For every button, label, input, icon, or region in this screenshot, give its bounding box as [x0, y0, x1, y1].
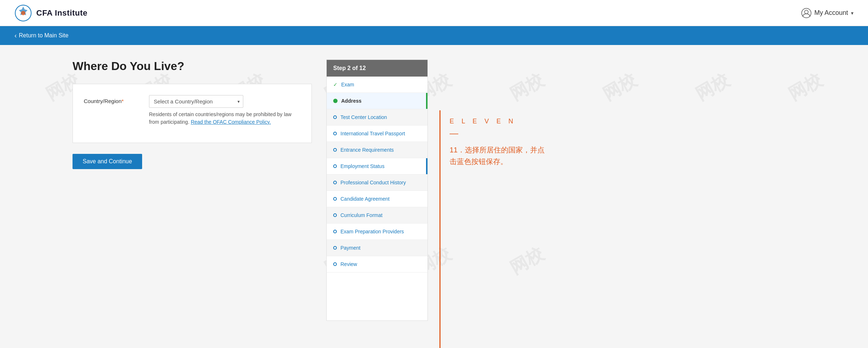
main-content: Where Do You Live? Country/Region* Selec… — [0, 45, 868, 335]
step-dot-icon — [333, 164, 337, 168]
step-label-employment: Employment Status — [340, 163, 384, 169]
back-link-label: Return to Main Site — [19, 32, 69, 39]
my-account-button[interactable]: My Account ▾ — [801, 8, 853, 18]
step-item-exam[interactable]: ✓ Exam — [327, 77, 427, 93]
ofac-link[interactable]: Read the OFAC Compliance Policy. — [191, 119, 271, 125]
ofac-notice: Residents of certain countries/regions m… — [149, 111, 301, 126]
step-item-review[interactable]: Review — [327, 256, 427, 273]
country-label: Country/Region* — [84, 95, 142, 104]
header: CFA Institute My Account ▾ — [0, 0, 868, 26]
step-dot-icon — [333, 230, 337, 233]
chevron-down-icon: ▾ — [851, 10, 853, 16]
annotation-text: 11．选择所居住的国家，并点击蓝色按钮保存。 — [450, 144, 551, 167]
annotation-divider: — — [450, 128, 551, 138]
my-account-label: My Account — [814, 9, 848, 17]
steps-panel: Step 2 of 12 ✓ Exam Address Test Center … — [326, 60, 428, 321]
nav-bar: ‹ Return to Main Site — [0, 26, 868, 45]
user-icon — [801, 8, 811, 18]
step-item-curriculum[interactable]: Curriculum Format — [327, 207, 427, 224]
blue-bar-indicator — [426, 158, 427, 174]
svg-point-3 — [805, 10, 808, 14]
country-select-wrapper: Select a Country/Region United States Ch… — [149, 95, 301, 126]
save-continue-button[interactable]: Save and Continue — [73, 154, 142, 169]
logo-area: CFA Institute — [15, 4, 87, 22]
annotation-panel: E L E V E N — 11．选择所居住的国家，并点击蓝色按钮保存。 — [442, 110, 558, 348]
step-label-exam-prep: Exam Preparation Providers — [340, 229, 404, 234]
step-label-passport: International Travel Passport — [340, 131, 405, 136]
step-label-address: Address — [341, 98, 361, 104]
svg-point-1 — [21, 11, 25, 15]
logo-text: CFA Institute — [36, 8, 87, 18]
page-title: Where Do You Live? — [73, 60, 312, 73]
country-select-container[interactable]: Select a Country/Region United States Ch… — [149, 95, 243, 108]
step-label-exam: Exam — [341, 82, 354, 87]
step-dot-icon — [333, 115, 337, 119]
step-item-agreement[interactable]: Candidate Agreement — [327, 191, 427, 207]
step-item-test-center[interactable]: Test Center Location — [327, 109, 427, 126]
step-dot-icon — [333, 181, 337, 184]
step-label-review: Review — [340, 261, 357, 267]
step-item-employment[interactable]: Employment Status — [327, 158, 427, 175]
annotation-title: E L E V E N — [450, 118, 551, 125]
step-label-test-center: Test Center Location — [340, 114, 387, 120]
form-area: Where Do You Live? Country/Region* Selec… — [73, 60, 326, 321]
step-dot-icon — [333, 213, 337, 217]
step-dot-icon — [333, 132, 337, 135]
required-indicator: * — [121, 98, 124, 104]
step-item-entrance[interactable]: Entrance Requirements — [327, 142, 427, 158]
back-link[interactable]: ‹ Return to Main Site — [15, 32, 69, 40]
step-label-conduct: Professional Conduct History — [340, 180, 406, 185]
annotation-border — [439, 110, 441, 348]
form-card: Country/Region* Select a Country/Region … — [73, 84, 312, 143]
back-arrow-icon: ‹ — [15, 32, 17, 40]
address-dot-icon — [333, 99, 338, 103]
country-region-select[interactable]: Select a Country/Region United States Ch… — [149, 95, 243, 108]
step-item-exam-prep[interactable]: Exam Preparation Providers — [327, 224, 427, 240]
step-item-payment[interactable]: Payment — [327, 240, 427, 256]
step-dot-icon — [333, 246, 337, 250]
svg-point-2 — [802, 8, 811, 18]
steps-header: Step 2 of 12 — [327, 60, 427, 77]
step-item-passport[interactable]: International Travel Passport — [327, 126, 427, 142]
step-dot-icon — [333, 197, 337, 201]
step-label-agreement: Candidate Agreement — [340, 196, 389, 202]
step-dot-icon — [333, 148, 337, 152]
country-row: Country/Region* Select a Country/Region … — [84, 95, 301, 126]
check-icon: ✓ — [333, 82, 338, 87]
cfa-logo-icon — [15, 4, 32, 22]
step-label-payment: Payment — [340, 245, 360, 251]
step-item-conduct[interactable]: Professional Conduct History — [327, 175, 427, 191]
step-label-curriculum: Curriculum Format — [340, 212, 383, 218]
step-dot-icon — [333, 262, 337, 266]
step-label-entrance: Entrance Requirements — [340, 147, 394, 153]
step-item-address[interactable]: Address — [327, 93, 427, 109]
